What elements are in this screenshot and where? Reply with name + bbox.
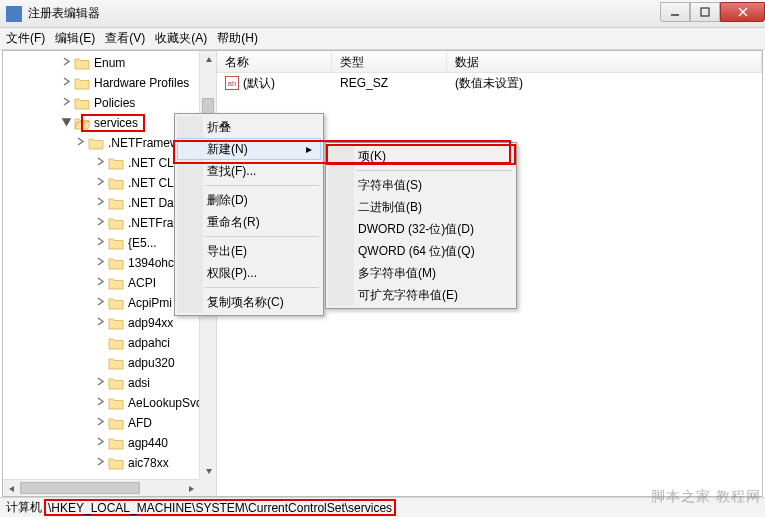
folder-icon xyxy=(108,216,124,230)
tree-node[interactable]: adp94xx xyxy=(3,313,216,333)
expand-toggle-icon[interactable] xyxy=(95,156,108,170)
minimize-button[interactable] xyxy=(660,2,690,22)
tree-node-label: {E5... xyxy=(128,236,157,250)
expand-toggle-icon[interactable] xyxy=(95,336,108,350)
submenu-item-dword[interactable]: DWORD (32-位)值(D) xyxy=(328,218,514,240)
tree-node[interactable]: Policies xyxy=(3,93,216,113)
submenu-item-string[interactable]: 字符串值(S) xyxy=(328,174,514,196)
tree-node-label: aic78xx xyxy=(128,456,169,470)
folder-icon xyxy=(108,416,124,430)
expand-toggle-icon[interactable] xyxy=(95,356,108,370)
value-name: (默认) xyxy=(243,75,275,92)
tree-node-label: ACPI xyxy=(128,276,156,290)
expand-toggle-icon[interactable] xyxy=(95,316,108,330)
tree-node-label: AeLookupSvc xyxy=(128,396,202,410)
tree-node-label: adpahci xyxy=(128,336,170,350)
tree-node-label: 1394ohci xyxy=(128,256,177,270)
expand-toggle-icon[interactable] xyxy=(95,236,108,250)
expand-toggle-icon[interactable] xyxy=(95,416,108,430)
menu-item-export[interactable]: 导出(E) xyxy=(177,240,321,262)
annotation-highlight xyxy=(81,114,145,132)
tree-node[interactable]: Hardware Profiles xyxy=(3,73,216,93)
tree-node[interactable]: adsi xyxy=(3,373,216,393)
folder-icon xyxy=(108,196,124,210)
folder-icon xyxy=(108,276,124,290)
svg-marker-8 xyxy=(189,486,194,492)
string-value-icon: ab xyxy=(225,76,239,90)
submenu-item-expandstring[interactable]: 可扩充字符串值(E) xyxy=(328,284,514,306)
folder-icon xyxy=(108,236,124,250)
scroll-right-button[interactable] xyxy=(182,480,199,496)
folder-icon xyxy=(108,376,124,390)
tree-node[interactable]: adpu320 xyxy=(3,353,216,373)
app-icon xyxy=(6,6,22,22)
tree-node[interactable]: adpahci xyxy=(3,333,216,353)
folder-icon xyxy=(74,76,90,90)
submenu-item-qword[interactable]: QWORD (64 位)值(Q) xyxy=(328,240,514,262)
expand-toggle-icon[interactable] xyxy=(95,176,108,190)
expand-toggle-icon[interactable] xyxy=(95,196,108,210)
expand-toggle-icon[interactable] xyxy=(95,376,108,390)
menu-item-permissions[interactable]: 权限(P)... xyxy=(177,262,321,284)
submenu-item-multistring[interactable]: 多字符串值(M) xyxy=(328,262,514,284)
folder-icon xyxy=(74,56,90,70)
maximize-button[interactable] xyxy=(690,2,720,22)
column-type[interactable]: 类型 xyxy=(332,51,447,72)
column-name[interactable]: 名称 xyxy=(217,51,332,72)
expand-toggle-icon[interactable] xyxy=(95,216,108,230)
svg-marker-5 xyxy=(206,57,212,62)
expand-toggle-icon[interactable] xyxy=(61,96,74,110)
close-button[interactable] xyxy=(720,2,765,22)
tree-node-label: adp94xx xyxy=(128,316,173,330)
scroll-left-button[interactable] xyxy=(3,480,20,496)
menu-edit[interactable]: 编辑(E) xyxy=(55,30,95,47)
submenu-item-binary[interactable]: 二进制值(B) xyxy=(328,196,514,218)
tree-node[interactable]: agp440 xyxy=(3,433,216,453)
column-data[interactable]: 数据 xyxy=(447,51,762,72)
menu-favorites[interactable]: 收藏夹(A) xyxy=(155,30,207,47)
menu-item-collapse[interactable]: 折叠 xyxy=(177,116,321,138)
folder-icon xyxy=(108,316,124,330)
status-path: \HKEY_LOCAL_MACHINE\SYSTEM\CurrentContro… xyxy=(48,501,392,515)
value-type: REG_SZ xyxy=(332,76,447,90)
menu-separator xyxy=(205,287,319,288)
value-row[interactable]: ab (默认) REG_SZ (数值未设置) xyxy=(217,73,762,93)
expand-toggle-icon[interactable] xyxy=(95,396,108,410)
menu-item-delete[interactable]: 删除(D) xyxy=(177,189,321,211)
expand-toggle-icon[interactable] xyxy=(61,56,74,70)
expand-toggle-icon[interactable] xyxy=(95,436,108,450)
tree-node-label: adsi xyxy=(128,376,150,390)
folder-icon xyxy=(108,256,124,270)
expand-toggle-icon[interactable] xyxy=(61,76,74,90)
folder-icon xyxy=(108,296,124,310)
menu-file[interactable]: 文件(F) xyxy=(6,30,45,47)
expand-toggle-icon[interactable] xyxy=(95,456,108,470)
tree-node[interactable]: AFD xyxy=(3,413,216,433)
menu-item-copy-key-name[interactable]: 复制项名称(C) xyxy=(177,291,321,313)
scroll-corner xyxy=(199,479,216,496)
context-submenu-new: 项(K) 字符串值(S) 二进制值(B) DWORD (32-位)值(D) QW… xyxy=(325,142,517,309)
scroll-down-button[interactable] xyxy=(200,462,217,479)
menu-item-rename[interactable]: 重命名(R) xyxy=(177,211,321,233)
annotation-highlight: \HKEY_LOCAL_MACHINE\SYSTEM\CurrentContro… xyxy=(44,499,396,516)
menu-help[interactable]: 帮助(H) xyxy=(217,30,258,47)
window-title: 注册表编辑器 xyxy=(28,5,660,22)
folder-icon xyxy=(108,336,124,350)
tree-node[interactable]: AeLookupSvc xyxy=(3,393,216,413)
window-controls xyxy=(660,6,765,22)
scroll-up-button[interactable] xyxy=(200,51,217,68)
expand-toggle-icon[interactable] xyxy=(95,296,108,310)
tree-node-label: adpu320 xyxy=(128,356,175,370)
expand-toggle-icon[interactable] xyxy=(75,136,88,150)
expand-toggle-icon[interactable] xyxy=(95,256,108,270)
tree-node[interactable]: aic78xx xyxy=(3,453,216,473)
scroll-thumb[interactable] xyxy=(20,482,140,494)
tree-node[interactable]: Enum xyxy=(3,53,216,73)
expand-toggle-icon[interactable] xyxy=(61,116,74,130)
expand-toggle-icon[interactable] xyxy=(95,276,108,290)
tree-node-label: AFD xyxy=(128,416,152,430)
menu-view[interactable]: 查看(V) xyxy=(105,30,145,47)
svg-marker-4 xyxy=(63,119,70,125)
menu-separator xyxy=(356,170,512,171)
tree-horizontal-scrollbar[interactable] xyxy=(3,479,199,496)
